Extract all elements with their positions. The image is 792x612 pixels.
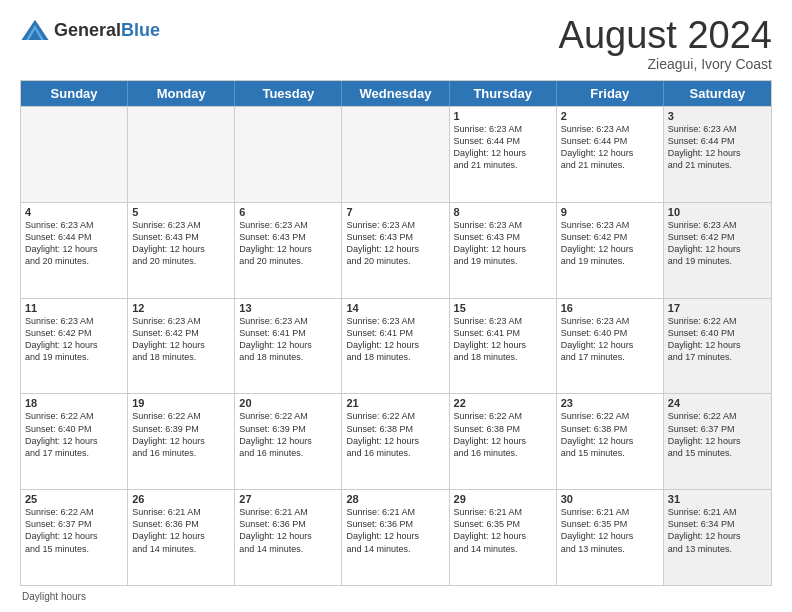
calendar-row: 25Sunrise: 6:22 AM Sunset: 6:37 PM Dayli…: [21, 489, 771, 585]
day-cell: 29Sunrise: 6:21 AM Sunset: 6:35 PM Dayli…: [450, 490, 557, 585]
logo-text: GeneralBlue: [54, 21, 160, 41]
day-cell: 2Sunrise: 6:23 AM Sunset: 6:44 PM Daylig…: [557, 107, 664, 202]
day-cell: 28Sunrise: 6:21 AM Sunset: 6:36 PM Dayli…: [342, 490, 449, 585]
day-cell: 24Sunrise: 6:22 AM Sunset: 6:37 PM Dayli…: [664, 394, 771, 489]
day-number: 29: [454, 493, 552, 505]
day-info: Sunrise: 6:23 AM Sunset: 6:42 PM Dayligh…: [668, 219, 767, 268]
day-cell: 26Sunrise: 6:21 AM Sunset: 6:36 PM Dayli…: [128, 490, 235, 585]
day-number: 19: [132, 397, 230, 409]
day-cell: 19Sunrise: 6:22 AM Sunset: 6:39 PM Dayli…: [128, 394, 235, 489]
day-number: 22: [454, 397, 552, 409]
day-info: Sunrise: 6:22 AM Sunset: 6:38 PM Dayligh…: [346, 410, 444, 459]
day-info: Sunrise: 6:23 AM Sunset: 6:44 PM Dayligh…: [454, 123, 552, 172]
calendar-header: SundayMondayTuesdayWednesdayThursdayFrid…: [21, 81, 771, 106]
day-info: Sunrise: 6:22 AM Sunset: 6:38 PM Dayligh…: [454, 410, 552, 459]
day-number: 11: [25, 302, 123, 314]
day-info: Sunrise: 6:21 AM Sunset: 6:34 PM Dayligh…: [668, 506, 767, 555]
day-info: Sunrise: 6:21 AM Sunset: 6:36 PM Dayligh…: [346, 506, 444, 555]
day-cell: 9Sunrise: 6:23 AM Sunset: 6:42 PM Daylig…: [557, 203, 664, 298]
day-number: 8: [454, 206, 552, 218]
day-cell: 20Sunrise: 6:22 AM Sunset: 6:39 PM Dayli…: [235, 394, 342, 489]
day-number: 27: [239, 493, 337, 505]
calendar-row: 1Sunrise: 6:23 AM Sunset: 6:44 PM Daylig…: [21, 106, 771, 202]
day-number: 12: [132, 302, 230, 314]
day-cell: 18Sunrise: 6:22 AM Sunset: 6:40 PM Dayli…: [21, 394, 128, 489]
day-number: 14: [346, 302, 444, 314]
day-info: Sunrise: 6:22 AM Sunset: 6:40 PM Dayligh…: [668, 315, 767, 364]
day-number: 16: [561, 302, 659, 314]
location: Zieagui, Ivory Coast: [559, 56, 772, 72]
header: GeneralBlue August 2024 Zieagui, Ivory C…: [20, 16, 772, 72]
weekday-header: Friday: [557, 81, 664, 106]
day-info: Sunrise: 6:22 AM Sunset: 6:37 PM Dayligh…: [25, 506, 123, 555]
day-info: Sunrise: 6:23 AM Sunset: 6:41 PM Dayligh…: [239, 315, 337, 364]
day-info: Sunrise: 6:23 AM Sunset: 6:41 PM Dayligh…: [346, 315, 444, 364]
day-cell: 8Sunrise: 6:23 AM Sunset: 6:43 PM Daylig…: [450, 203, 557, 298]
day-number: 21: [346, 397, 444, 409]
calendar-row: 18Sunrise: 6:22 AM Sunset: 6:40 PM Dayli…: [21, 393, 771, 489]
day-info: Sunrise: 6:21 AM Sunset: 6:36 PM Dayligh…: [132, 506, 230, 555]
day-cell: 14Sunrise: 6:23 AM Sunset: 6:41 PM Dayli…: [342, 299, 449, 394]
day-number: 4: [25, 206, 123, 218]
day-cell: 5Sunrise: 6:23 AM Sunset: 6:43 PM Daylig…: [128, 203, 235, 298]
day-number: 17: [668, 302, 767, 314]
weekday-header: Sunday: [21, 81, 128, 106]
day-info: Sunrise: 6:23 AM Sunset: 6:42 PM Dayligh…: [25, 315, 123, 364]
day-number: 20: [239, 397, 337, 409]
day-info: Sunrise: 6:21 AM Sunset: 6:35 PM Dayligh…: [561, 506, 659, 555]
logo: GeneralBlue: [20, 16, 160, 46]
day-info: Sunrise: 6:23 AM Sunset: 6:42 PM Dayligh…: [132, 315, 230, 364]
day-info: Sunrise: 6:23 AM Sunset: 6:43 PM Dayligh…: [239, 219, 337, 268]
weekday-header: Saturday: [664, 81, 771, 106]
logo-blue: Blue: [121, 21, 160, 41]
daylight-hours-label: Daylight hours: [22, 591, 86, 602]
calendar-row: 11Sunrise: 6:23 AM Sunset: 6:42 PM Dayli…: [21, 298, 771, 394]
day-number: 25: [25, 493, 123, 505]
empty-cell: [235, 107, 342, 202]
day-number: 9: [561, 206, 659, 218]
day-cell: 12Sunrise: 6:23 AM Sunset: 6:42 PM Dayli…: [128, 299, 235, 394]
day-info: Sunrise: 6:23 AM Sunset: 6:43 PM Dayligh…: [132, 219, 230, 268]
day-cell: 4Sunrise: 6:23 AM Sunset: 6:44 PM Daylig…: [21, 203, 128, 298]
weekday-header: Wednesday: [342, 81, 449, 106]
day-cell: 25Sunrise: 6:22 AM Sunset: 6:37 PM Dayli…: [21, 490, 128, 585]
day-cell: 27Sunrise: 6:21 AM Sunset: 6:36 PM Dayli…: [235, 490, 342, 585]
day-info: Sunrise: 6:23 AM Sunset: 6:40 PM Dayligh…: [561, 315, 659, 364]
day-number: 1: [454, 110, 552, 122]
day-info: Sunrise: 6:22 AM Sunset: 6:38 PM Dayligh…: [561, 410, 659, 459]
day-number: 30: [561, 493, 659, 505]
page: GeneralBlue August 2024 Zieagui, Ivory C…: [0, 0, 792, 612]
logo-icon: [20, 16, 50, 46]
day-info: Sunrise: 6:23 AM Sunset: 6:41 PM Dayligh…: [454, 315, 552, 364]
calendar-body: 1Sunrise: 6:23 AM Sunset: 6:44 PM Daylig…: [21, 106, 771, 585]
day-number: 24: [668, 397, 767, 409]
day-cell: 7Sunrise: 6:23 AM Sunset: 6:43 PM Daylig…: [342, 203, 449, 298]
day-number: 7: [346, 206, 444, 218]
calendar: SundayMondayTuesdayWednesdayThursdayFrid…: [20, 80, 772, 586]
day-cell: 16Sunrise: 6:23 AM Sunset: 6:40 PM Dayli…: [557, 299, 664, 394]
empty-cell: [342, 107, 449, 202]
day-cell: 11Sunrise: 6:23 AM Sunset: 6:42 PM Dayli…: [21, 299, 128, 394]
month-title: August 2024: [559, 16, 772, 54]
day-number: 23: [561, 397, 659, 409]
calendar-row: 4Sunrise: 6:23 AM Sunset: 6:44 PM Daylig…: [21, 202, 771, 298]
day-cell: 1Sunrise: 6:23 AM Sunset: 6:44 PM Daylig…: [450, 107, 557, 202]
day-info: Sunrise: 6:22 AM Sunset: 6:39 PM Dayligh…: [239, 410, 337, 459]
empty-cell: [128, 107, 235, 202]
day-info: Sunrise: 6:21 AM Sunset: 6:36 PM Dayligh…: [239, 506, 337, 555]
day-info: Sunrise: 6:21 AM Sunset: 6:35 PM Dayligh…: [454, 506, 552, 555]
day-cell: 17Sunrise: 6:22 AM Sunset: 6:40 PM Dayli…: [664, 299, 771, 394]
day-cell: 22Sunrise: 6:22 AM Sunset: 6:38 PM Dayli…: [450, 394, 557, 489]
day-cell: 30Sunrise: 6:21 AM Sunset: 6:35 PM Dayli…: [557, 490, 664, 585]
day-cell: 6Sunrise: 6:23 AM Sunset: 6:43 PM Daylig…: [235, 203, 342, 298]
day-cell: 15Sunrise: 6:23 AM Sunset: 6:41 PM Dayli…: [450, 299, 557, 394]
day-info: Sunrise: 6:22 AM Sunset: 6:40 PM Dayligh…: [25, 410, 123, 459]
day-info: Sunrise: 6:22 AM Sunset: 6:39 PM Dayligh…: [132, 410, 230, 459]
day-info: Sunrise: 6:23 AM Sunset: 6:44 PM Dayligh…: [25, 219, 123, 268]
day-cell: 3Sunrise: 6:23 AM Sunset: 6:44 PM Daylig…: [664, 107, 771, 202]
day-number: 28: [346, 493, 444, 505]
logo-general: General: [54, 21, 121, 41]
weekday-header: Tuesday: [235, 81, 342, 106]
weekday-header: Thursday: [450, 81, 557, 106]
day-number: 15: [454, 302, 552, 314]
